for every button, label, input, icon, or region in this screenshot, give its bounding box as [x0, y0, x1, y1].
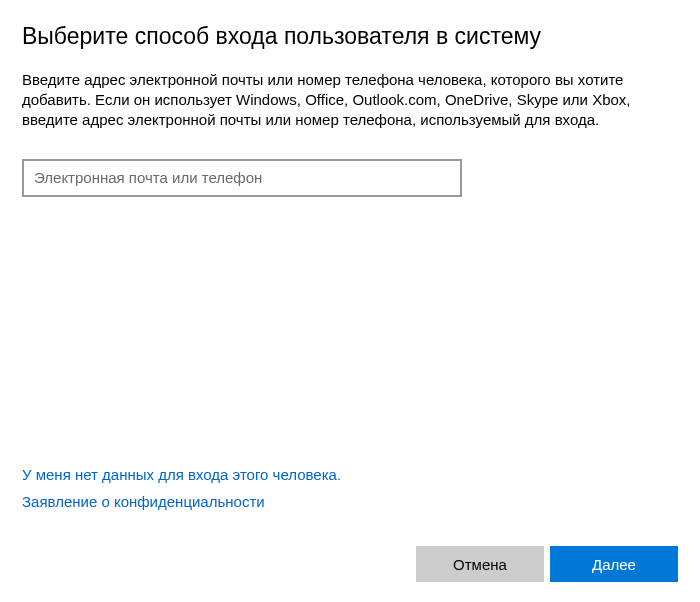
dialog-description: Введите адрес электронной почты или номе…	[22, 70, 678, 131]
cancel-button[interactable]: Отмена	[416, 546, 544, 582]
next-button[interactable]: Далее	[550, 546, 678, 582]
no-credentials-link[interactable]: У меня нет данных для входа этого челове…	[22, 466, 341, 483]
dialog-title: Выберите способ входа пользователя в сис…	[22, 22, 678, 52]
email-or-phone-input[interactable]	[22, 159, 462, 197]
privacy-statement-link[interactable]: Заявление о конфиденциальности	[22, 493, 341, 510]
links-section: У меня нет данных для входа этого челове…	[22, 466, 341, 520]
button-bar: Отмена Далее	[416, 546, 678, 582]
